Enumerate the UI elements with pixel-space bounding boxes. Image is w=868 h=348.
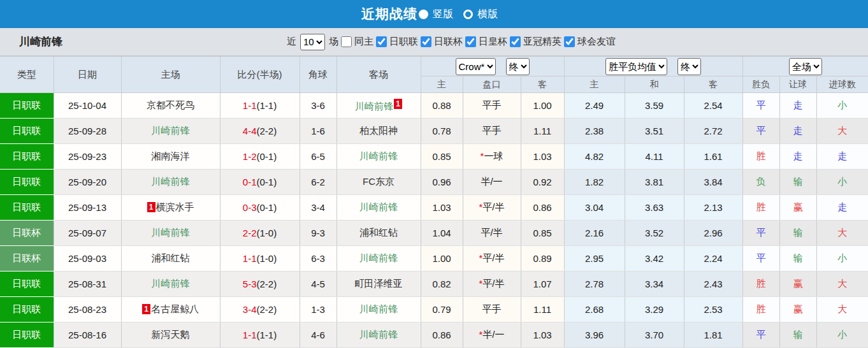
full-time-score: 5-3	[243, 279, 257, 289]
avg-home-cell: 2.68	[564, 297, 625, 323]
date-cell: 25-08-31	[54, 272, 121, 297]
odds-away-cell: 1.00	[521, 93, 564, 119]
avg-away-cell: 2.72	[684, 119, 742, 144]
odds-home-cell: 0.85	[421, 144, 463, 170]
avg-odds-select[interactable]: 胜平负均值	[605, 58, 667, 75]
away-team-cell: 川崎前锋	[336, 195, 421, 221]
goals-result: 小	[837, 329, 847, 340]
home-red-card-badge: 1	[142, 304, 150, 314]
odds-away-cell: 1.11	[521, 297, 564, 323]
recent-count-select[interactable]: 10	[300, 34, 325, 50]
handicap-result: 走	[793, 99, 803, 110]
odds-company-select[interactable]: Crow*	[456, 58, 496, 75]
home-team-name: 川崎前锋	[152, 125, 190, 136]
handicap-value: 平/半	[481, 227, 502, 238]
league-label-friendly: 球会友谊	[577, 36, 616, 48]
goals-result: 大	[837, 303, 847, 314]
odds-company-group: Crow* 终	[421, 57, 564, 76]
handicap-result: 赢	[793, 201, 803, 212]
away-team-cell: 川崎前锋1	[336, 93, 421, 119]
home-team-name: 川崎前锋	[152, 278, 190, 289]
same-home-filter[interactable]: 同主	[338, 36, 373, 48]
type-cell: 日联杯	[0, 246, 54, 272]
layout-option-vertical[interactable]: 竖版	[419, 8, 462, 21]
wdl-result: 胜	[756, 201, 766, 212]
avg-away-cell: 2.54	[684, 93, 742, 119]
layout-horizontal-label[interactable]: 横版	[477, 8, 498, 21]
score-cell: 0-1(0-1)	[220, 170, 300, 195]
half-time-score: (2-2)	[257, 126, 277, 136]
radio-unselected-icon[interactable]	[463, 10, 473, 19]
away-team-cell: 川崎前锋	[336, 246, 421, 272]
date-cell: 25-09-13	[54, 195, 121, 221]
league-checkbox-friendly[interactable]	[564, 36, 575, 47]
date-cell: 25-09-23	[54, 144, 121, 170]
handicap-cell: *半/一	[463, 323, 521, 348]
wdl-result: 胜	[756, 303, 766, 314]
sub-header-goals: 进球数	[816, 76, 868, 93]
corners-cell: 3-6	[300, 93, 336, 119]
league-filter-lcup[interactable]: 日联杯	[418, 36, 463, 48]
score-cell: 3-4(2-2)	[220, 297, 300, 323]
corners-cell: 3-4	[300, 195, 336, 221]
result-scope-select[interactable]: 全场	[789, 58, 822, 75]
full-time-score: 4-4	[243, 126, 257, 136]
layout-option-horizontal[interactable]: 横版	[463, 8, 507, 21]
home-team-name: 横滨水手	[156, 201, 194, 212]
league-checkbox-jleague[interactable]	[376, 36, 387, 47]
league-filter-emperor-cup[interactable]: 日皇杯	[463, 36, 507, 48]
top-title-bar: 近期战绩 竖版 横版	[0, 0, 868, 28]
handicap-cell: *一球	[463, 144, 521, 170]
type-cell: 日职联	[0, 170, 54, 195]
team-name: 川崎前锋	[19, 34, 62, 49]
avg-odds-state-select[interactable]: 终	[677, 58, 701, 75]
handicap-result: 输	[793, 176, 803, 187]
odds-company-state-select[interactable]: 终	[506, 58, 530, 75]
table-row: 日职联 25-08-23 1名古屋鲸八 3-4(2-2) 1-3 川崎前锋 0.…	[0, 297, 868, 323]
away-team-name: 川崎前锋	[359, 252, 398, 263]
wdl-result-cell: 平	[742, 246, 779, 272]
wdl-result: 胜	[756, 278, 766, 289]
avg-draw-cell: 3.34	[625, 272, 684, 297]
radio-selected-icon[interactable]	[419, 10, 428, 19]
layout-vertical-label[interactable]: 竖版	[433, 8, 453, 21]
handicap-result-cell: 输	[779, 221, 816, 246]
avg-draw-cell: 3.59	[625, 93, 684, 119]
odds-away-cell: 1.03	[521, 144, 564, 170]
away-team-name: 川崎前锋	[359, 201, 398, 212]
avg-home-cell: 3.04	[564, 195, 625, 221]
handicap-result-cell: 输	[779, 246, 816, 272]
odds-home-cell: 0.79	[421, 297, 463, 323]
goals-result-cell: 走	[816, 195, 868, 221]
avg-away-cell: 1.61	[684, 144, 742, 170]
league-checkbox-lcup[interactable]	[421, 36, 431, 47]
corners-cell: 6-3	[300, 246, 336, 272]
away-red-card-badge-post: 1	[394, 99, 402, 109]
league-filter-friendly[interactable]: 球会友谊	[561, 36, 616, 48]
league-checkbox-acl[interactable]	[510, 36, 521, 47]
league-filter-acl[interactable]: 亚冠精英	[507, 36, 561, 48]
handicap-value: 平/半	[482, 252, 504, 263]
home-team-name: 湘南海洋	[152, 150, 190, 161]
half-time-score: (0-1)	[257, 202, 277, 213]
goals-result: 走	[837, 150, 847, 161]
home-team-cell: 浦和红钻	[121, 246, 220, 272]
away-team-name: FC东京	[363, 176, 394, 187]
score-cell: 1-1(1-1)	[220, 93, 300, 119]
sub-header-avg-draw: 和	[625, 76, 684, 93]
avg-draw-cell: 3.81	[625, 170, 684, 195]
home-team-name: 京都不死鸟	[147, 99, 194, 110]
table-header: 类型 日期 主场 比分(半场) 角球 客场 Crow* 终 胜	[0, 57, 868, 93]
league-filter-jleague[interactable]: 日职联	[373, 36, 418, 48]
same-home-checkbox[interactable]	[341, 36, 352, 47]
filter-bar: 川崎前锋 近 10 场 同主 日职联 日联杯 日皇杯 亚冠精英 球会友谊	[0, 28, 868, 56]
avg-home-cell: 2.78	[564, 272, 625, 297]
league-checkbox-emperor-cup[interactable]	[465, 36, 476, 47]
type-cell: 日联杯	[0, 221, 54, 246]
avg-draw-cell: 3.70	[625, 323, 684, 348]
handicap-result: 赢	[793, 303, 803, 314]
avg-home-cell: 2.49	[564, 93, 625, 119]
half-time-score: (0-1)	[257, 151, 277, 162]
sub-header-odds-home: 主	[421, 76, 463, 93]
handicap-cell: *平/半	[463, 195, 521, 221]
